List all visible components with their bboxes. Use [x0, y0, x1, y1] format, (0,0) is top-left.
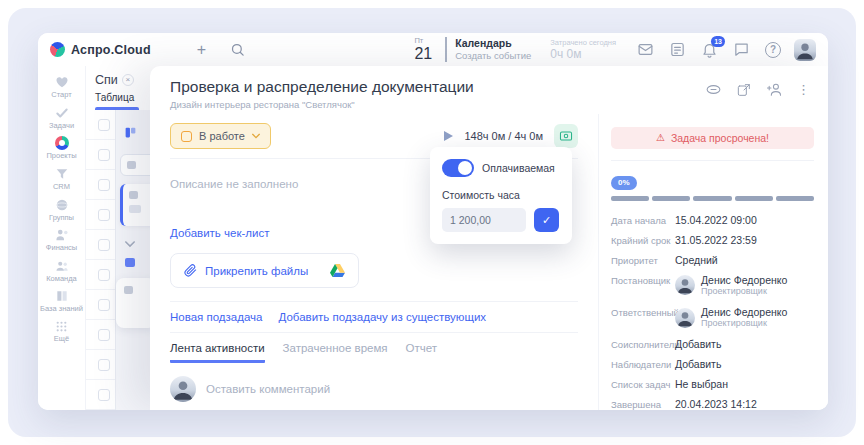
row-checkbox[interactable]	[98, 119, 110, 131]
status-checkbox-icon[interactable]	[181, 131, 192, 142]
search-icon[interactable]	[230, 42, 245, 57]
copy-link-icon[interactable]	[705, 81, 722, 98]
row-checkbox[interactable]	[98, 329, 110, 341]
sidebar-item-knowledge[interactable]: База знаний	[39, 289, 85, 314]
task-fields: Дата начала 15.04.2022 09:00 Крайний сро…	[611, 214, 814, 411]
sidebar-item-finance[interactable]: Финансы	[39, 228, 85, 253]
row-checkbox[interactable]	[98, 389, 110, 401]
table-row[interactable]	[86, 380, 115, 410]
row-checkbox[interactable]	[98, 209, 110, 221]
sidebar-item-groups[interactable]: Группы	[39, 198, 85, 223]
top-bar: Аспро.Cloud + Пт 21 Календарь Создать со…	[38, 33, 828, 66]
field-coexecutors[interactable]: Соисполнители Добавить	[611, 338, 814, 350]
add-person-icon[interactable]	[766, 81, 783, 98]
divider	[170, 301, 578, 302]
background-detail-panel	[115, 110, 150, 410]
divider	[611, 160, 814, 161]
table-row[interactable]	[86, 320, 115, 350]
notes-icon[interactable]	[669, 41, 686, 58]
time-tracked-value: 148ч 0м / 4ч 0м	[464, 130, 543, 142]
hour-rate-label: Стоимость часа	[442, 189, 560, 201]
user-avatar[interactable]	[794, 39, 816, 61]
overdue-alert-text: Задача просрочена!	[671, 132, 769, 144]
table-row[interactable]	[86, 350, 115, 380]
field-assignee[interactable]: Ответственный Денис Федоренко Проектиров…	[611, 306, 814, 329]
close-icon[interactable]: ×	[122, 74, 134, 86]
field-task-list[interactable]: Список задач Не выбран	[611, 378, 814, 390]
sidebar-item-start[interactable]: Старт	[39, 75, 85, 100]
screenshot-stage: Аспро.Cloud + Пт 21 Календарь Создать со…	[0, 0, 864, 445]
field-completed[interactable]: Завершена 20.04.2023 14:12	[611, 398, 814, 410]
field-deadline[interactable]: Крайний срок 31.05.2022 23:59	[611, 234, 814, 246]
open-fullscreen-icon[interactable]	[736, 82, 752, 98]
tab-report[interactable]: Отчет	[406, 342, 438, 363]
divider	[170, 332, 578, 333]
task-details-panel: ⚠ Задача просрочена! 0% Дата начала 15.0…	[598, 114, 828, 410]
main-sidebar: Старт Задачи Проекты CRM Группы Финансы	[38, 66, 86, 410]
sidebar-item-team[interactable]: Команда	[39, 259, 85, 284]
add-watcher-link[interactable]: Добавить	[675, 358, 721, 370]
tab-time-spent[interactable]: Затраченное время	[283, 342, 388, 363]
help-icon[interactable]: ?	[765, 42, 781, 58]
add-checklist-link[interactable]: Добавить чек-лист	[170, 227, 269, 239]
new-subtask-link[interactable]: Новая подзадача	[170, 311, 263, 323]
row-checkbox[interactable]	[98, 359, 110, 371]
attach-files-button[interactable]: Прикрепить файлы	[170, 253, 359, 288]
row-checkbox[interactable]	[98, 239, 110, 251]
comment-input[interactable]: Оставить комментарий	[206, 383, 330, 395]
table-row[interactable]	[86, 170, 115, 200]
create-button[interactable]: +	[197, 42, 206, 58]
table-row[interactable]	[86, 290, 115, 320]
billable-toggle[interactable]	[442, 159, 474, 177]
bell-icon[interactable]: 13	[701, 41, 718, 58]
table-row[interactable]	[86, 110, 115, 140]
notifications-badge: 13	[711, 36, 725, 47]
avatar	[170, 376, 196, 402]
calendar-create-event[interactable]: Создать событие	[455, 50, 531, 62]
sidebar-item-projects[interactable]: Проекты	[39, 136, 85, 161]
field-watchers[interactable]: Наблюдатели Добавить	[611, 358, 814, 370]
chat-icon[interactable]	[733, 41, 750, 58]
table-row[interactable]	[86, 140, 115, 170]
sidebar-item-tasks[interactable]: Задачи	[39, 106, 85, 131]
status-dropdown[interactable]: В работе	[170, 123, 271, 149]
subtask-actions: Новая подзадача Добавить подзадачу из су…	[170, 311, 578, 323]
row-checkbox[interactable]	[98, 149, 110, 161]
tab-list[interactable]: Спи × Таблица	[95, 73, 139, 110]
app-window: Аспро.Cloud + Пт 21 Календарь Создать со…	[38, 33, 828, 410]
play-timer-icon[interactable]	[444, 131, 453, 141]
banknote-icon	[559, 129, 573, 143]
chevron-down-icon[interactable]	[125, 234, 135, 252]
field-author[interactable]: Постановщик Денис Федоренко Проектировщи…	[611, 274, 814, 297]
app-logo[interactable]: Аспро.Cloud	[50, 42, 151, 57]
row-checkbox[interactable]	[98, 179, 110, 191]
add-existing-subtask-link[interactable]: Добавить подзадачу из существующих	[279, 311, 487, 323]
calendar-date[interactable]: Пт 21	[414, 37, 432, 62]
sidebar-item-crm[interactable]: CRM	[39, 167, 85, 192]
progress-bar[interactable]	[611, 196, 814, 201]
brand-name: Аспро.Cloud	[71, 43, 151, 57]
row-checkbox[interactable]	[98, 299, 110, 311]
mail-icon[interactable]	[637, 41, 654, 58]
check-icon: ✓	[542, 214, 551, 227]
subtab-table[interactable]: Таблица	[95, 92, 139, 110]
sidebar-item-more[interactable]: Ещё	[39, 320, 85, 344]
google-drive-icon[interactable]	[330, 264, 345, 277]
table-row[interactable]	[86, 200, 115, 230]
add-coexecutor-link[interactable]: Добавить	[675, 338, 721, 350]
hour-rate-input[interactable]	[442, 208, 526, 232]
task-modal: Проверка и распределение документации Ди…	[150, 66, 828, 410]
calendar-widget[interactable]: Календарь Создать событие	[445, 37, 531, 62]
field-priority[interactable]: Приоритет Средний	[611, 254, 814, 266]
row-checkbox[interactable]	[98, 269, 110, 281]
task-project-subtitle[interactable]: Дизайн интерьера ресторана "Светлячок"	[170, 99, 808, 110]
billing-button[interactable]	[554, 124, 578, 148]
tab-activity-feed[interactable]: Лента активности	[170, 342, 265, 363]
confirm-rate-button[interactable]: ✓	[534, 208, 559, 232]
field-start-date[interactable]: Дата начала 15.04.2022 09:00	[611, 214, 814, 226]
table-row[interactable]	[86, 260, 115, 290]
funnel-icon	[55, 167, 69, 181]
background-link-fragment[interactable]	[125, 258, 135, 267]
kebab-menu-icon[interactable]: ⋮	[797, 83, 810, 96]
table-row[interactable]	[86, 230, 115, 260]
